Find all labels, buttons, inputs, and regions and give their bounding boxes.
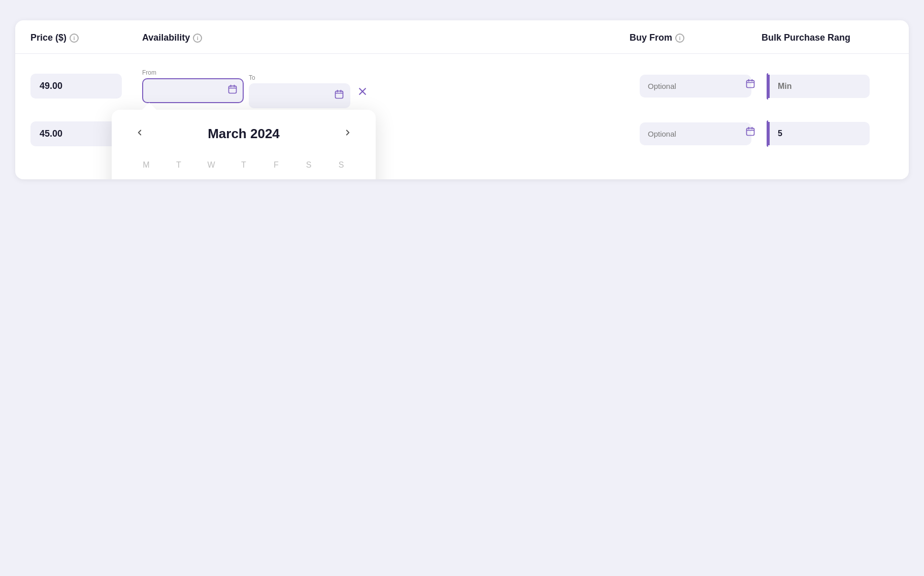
bulk-cell-1 xyxy=(762,73,894,100)
day-header-S1: S xyxy=(292,156,325,178)
bulk-input-wrap-2 xyxy=(767,120,894,147)
availability-info-icon[interactable]: i xyxy=(193,34,202,43)
bulk-min-input-2[interactable] xyxy=(768,122,870,145)
to-date-wrap-1: To xyxy=(249,74,350,108)
data-row-1: 49.00 From xyxy=(30,64,894,108)
calendar-header: March 2024 xyxy=(130,125,357,142)
calendar-grid: M T W T F S S 1 2 3 4 5 6 7 8 xyxy=(130,156,357,179)
price-header: Price ($) i xyxy=(30,33,142,43)
calendar-arrow xyxy=(142,103,156,110)
bulk-min-input-1[interactable] xyxy=(768,75,870,98)
buy-from-info-icon[interactable]: i xyxy=(675,34,684,43)
day-header-F: F xyxy=(260,156,292,178)
calendar-next-btn[interactable] xyxy=(338,125,357,142)
bulk-header-label: Bulk Purchase Rang xyxy=(762,33,850,43)
bulk-input-wrap-1 xyxy=(767,73,894,100)
price-header-label: Price ($) xyxy=(30,33,67,43)
buy-from-input-wrap-2 xyxy=(640,122,762,145)
availability-header: Availability i xyxy=(142,33,630,43)
day-header-T2: T xyxy=(227,156,260,178)
content-area: 49.00 From xyxy=(15,54,909,179)
buy-from-input-wrap-1 xyxy=(640,75,762,98)
price-info-icon[interactable]: i xyxy=(70,34,79,43)
from-date-input-1[interactable] xyxy=(142,78,244,103)
buy-from-header: Buy From i xyxy=(630,33,762,43)
buy-from-input-1[interactable] xyxy=(640,75,751,98)
day-header-S2: S xyxy=(325,156,357,178)
bulk-header: Bulk Purchase Rang xyxy=(762,33,894,43)
day-header-M: M xyxy=(130,156,162,178)
calendar-month-year: March 2024 xyxy=(208,126,280,142)
main-container: Price ($) i Availability i Buy From i Bu… xyxy=(15,20,909,179)
availability-cell-1: From To xyxy=(142,64,630,108)
day-header-W: W xyxy=(195,156,227,178)
calendar-prev-btn[interactable] xyxy=(130,125,149,142)
to-label-1: To xyxy=(249,74,350,81)
bulk-cell-2 xyxy=(762,120,894,147)
from-date-wrap-1: From xyxy=(142,69,244,103)
price-cell-1: 49.00 xyxy=(30,74,142,99)
price-value-2: 45.00 xyxy=(30,121,122,146)
buy-from-cell-2 xyxy=(630,122,762,145)
day-header-T1: T xyxy=(162,156,195,178)
buy-from-header-label: Buy From xyxy=(630,33,672,43)
to-date-input-1[interactable] xyxy=(249,83,350,108)
from-label-1: From xyxy=(142,69,244,76)
availability-header-label: Availability xyxy=(142,33,190,43)
price-value-1: 49.00 xyxy=(30,74,122,99)
calendar-popup: March 2024 M T W T F S S xyxy=(112,110,376,179)
buy-from-input-2[interactable] xyxy=(640,122,751,145)
clear-availability-btn-1[interactable] xyxy=(355,84,370,99)
header-row: Price ($) i Availability i Buy From i Bu… xyxy=(15,20,909,54)
buy-from-cell-1 xyxy=(630,75,762,98)
